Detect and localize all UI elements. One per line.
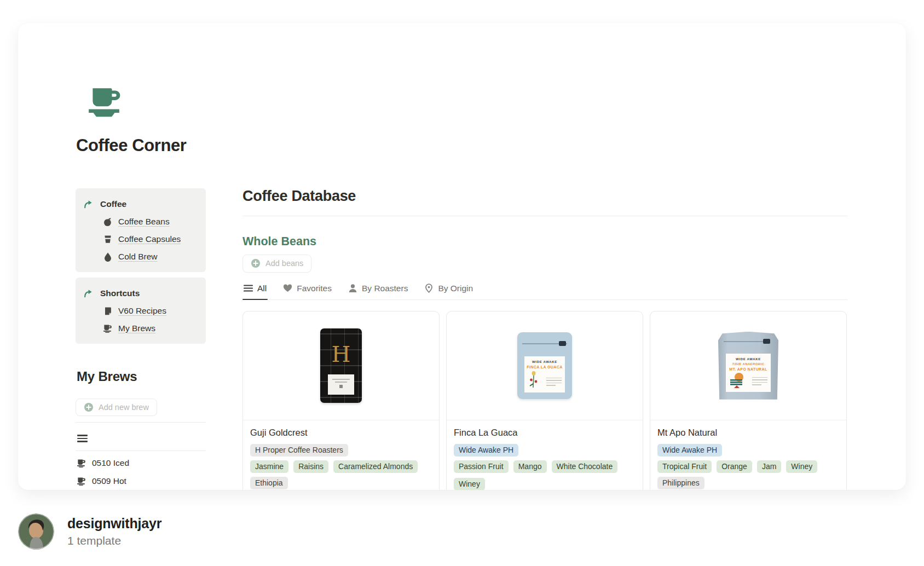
add-new-brew-button[interactable]: Add new brew (76, 398, 157, 416)
plus-circle-icon (251, 258, 261, 268)
book-icon (103, 306, 113, 316)
bag-letter: H (320, 343, 362, 365)
database-heading: Coffee Database (242, 189, 848, 204)
tab-favorites[interactable]: Favorites (282, 281, 333, 299)
card-finca-la-guaca[interactable]: WIDE AWAKE FINCA LA GUACA (446, 311, 643, 490)
flavor-tag: Winey (786, 460, 817, 473)
roaster-tag: Wide Awake PH (657, 444, 722, 457)
add-new-brew-label: Add new brew (99, 403, 149, 412)
divider (76, 451, 206, 451)
card-cover: WIDE AWAKE 72HR ANAEROBIC MT. APO NATURA… (650, 311, 846, 420)
coffee-cup-icon (77, 476, 86, 486)
tab-all[interactable]: All (242, 281, 268, 299)
coffee-cup-icon[interactable] (86, 85, 122, 120)
flavor-tag: Raisins (293, 460, 328, 473)
card-title: Guji Goldcrest (250, 428, 432, 438)
sidebar: Coffee Coffee Beans (76, 188, 206, 487)
flavor-tag: Mango (513, 460, 547, 473)
curved-arrow-icon (83, 288, 93, 298)
card-cover: H (243, 311, 439, 420)
avatar[interactable] (18, 513, 54, 550)
divider (76, 422, 206, 423)
person-icon (348, 284, 357, 293)
sidebar-link: Coffee Capsules (118, 234, 181, 244)
card-guji-goldcrest[interactable]: H Guji Goldcrest H Proper Coffee Roaster… (242, 311, 440, 490)
bag-label: WIDE AWAKE 72HR ANAEROBIC MT. APO NATURA… (726, 354, 771, 392)
bag-fine-print (546, 376, 562, 386)
whole-beans-heading: Whole Beans (242, 235, 848, 249)
flavor-tag: White Chocolate (552, 460, 618, 473)
list-view-icon[interactable] (77, 435, 88, 442)
list-icon (244, 284, 253, 293)
author-attribution: designwithjayr 1 template (18, 513, 161, 550)
coffee-bean-icon (103, 217, 113, 227)
sidebar-item-v60-recipes[interactable]: V60 Recipes (103, 305, 198, 316)
plus-circle-icon (84, 402, 94, 412)
gallery-cards: H Guji Goldcrest H Proper Coffee Roaster… (242, 311, 848, 490)
heart-icon (283, 284, 292, 293)
sidebar-link: Coffee Beans (118, 217, 170, 227)
brew-entry-0509-hot[interactable]: 0509 Hot (77, 475, 206, 487)
card-body: Mt Apo Natural Wide Awake PH Tropical Fr… (650, 420, 846, 490)
origin-tag: Ethiopia (250, 477, 288, 489)
brew-entry-0510-iced[interactable]: 0510 Iced (77, 457, 206, 469)
roaster-tag: Wide Awake PH (454, 444, 518, 457)
product-image-blue-coffee-bag: WIDE AWAKE FINCA LA GUACA (517, 332, 572, 399)
bag-label: WIDE AWAKE FINCA LA GUACA (524, 356, 565, 392)
card-body: Finca La Guaca Wide Awake PH Passion Fru… (447, 420, 643, 490)
tab-by-origin[interactable]: By Origin (423, 281, 474, 299)
map-pin-icon (424, 284, 434, 293)
origin-tag: Philippines (657, 477, 704, 489)
sidebar-link: Cold Brew (118, 252, 158, 262)
flavor-tag: Caramelized Almonds (333, 460, 418, 473)
card-mt-apo-natural[interactable]: WIDE AWAKE 72HR ANAEROBIC MT. APO NATURA… (650, 311, 847, 490)
sidebar-link: My Brews (118, 324, 155, 333)
flavor-tag: Jasmine (250, 460, 288, 473)
notion-page-card: Coffee Corner Coffee (18, 23, 906, 490)
card-title: Finca La Guaca (454, 428, 636, 438)
sidebar-item-cold-brew[interactable]: Cold Brew (103, 251, 198, 262)
tab-by-roasters[interactable]: By Roasters (347, 281, 409, 299)
droplet-icon (103, 252, 113, 262)
page-title: Coffee Corner (76, 136, 187, 155)
flavor-tag: Orange (717, 460, 752, 473)
coffee-capsule-icon (103, 234, 113, 244)
brew-entry-label: 0510 Iced (92, 458, 129, 468)
author-template-count: 1 template (67, 534, 161, 547)
callout-title: Shortcuts (100, 288, 140, 298)
template-preview: Coffee Corner Coffee (0, 0, 924, 566)
coffee-cup-icon (103, 324, 113, 333)
coffee-cup-icon (77, 458, 86, 468)
add-beans-button[interactable]: Add beans (242, 255, 311, 273)
callout-coffee: Coffee Coffee Beans (76, 188, 206, 272)
callout-title: Coffee (100, 199, 126, 209)
my-brews-heading: My Brews (77, 369, 206, 384)
coffee-plant-illustration (528, 371, 539, 389)
product-image-black-coffee-bag: H (320, 328, 362, 403)
flavor-tag: Jam (757, 460, 781, 473)
bag-label (328, 374, 354, 395)
sun-mountain-illustration (730, 372, 746, 388)
brew-entry-label: 0509 Hot (92, 476, 126, 486)
author-name[interactable]: designwithjayr (67, 516, 161, 532)
sidebar-link: V60 Recipes (118, 306, 166, 316)
flavor-tag: Tropical Fruit (657, 460, 712, 473)
flavor-tag: Passion Fruit (454, 460, 509, 473)
divider (242, 216, 848, 216)
sidebar-item-my-brews[interactable]: My Brews (103, 322, 198, 334)
card-cover: WIDE AWAKE FINCA LA GUACA (447, 311, 643, 420)
callout-shortcuts: Shortcuts V60 Recipes (76, 278, 206, 344)
add-beans-label: Add beans (265, 259, 303, 268)
bag-fine-print (752, 376, 767, 385)
sidebar-item-coffee-beans[interactable]: Coffee Beans (103, 216, 198, 227)
flavor-tag: Winey (454, 478, 485, 490)
card-body: Guji Goldcrest H Proper Coffee Roasters … (243, 420, 439, 490)
author-info: designwithjayr 1 template (67, 516, 161, 547)
curved-arrow-icon (83, 199, 93, 209)
view-tabs: All Favorites By Roasters (242, 281, 848, 300)
roaster-tag: H Proper Coffee Roasters (250, 444, 348, 457)
main-content: Coffee Database Whole Beans Add beans Al… (242, 189, 848, 490)
product-image-gray-blue-coffee-bag: WIDE AWAKE 72HR ANAEROBIC MT. APO NATURA… (718, 332, 778, 400)
sidebar-item-coffee-capsules[interactable]: Coffee Capsules (103, 233, 198, 245)
card-title: Mt Apo Natural (657, 428, 839, 438)
